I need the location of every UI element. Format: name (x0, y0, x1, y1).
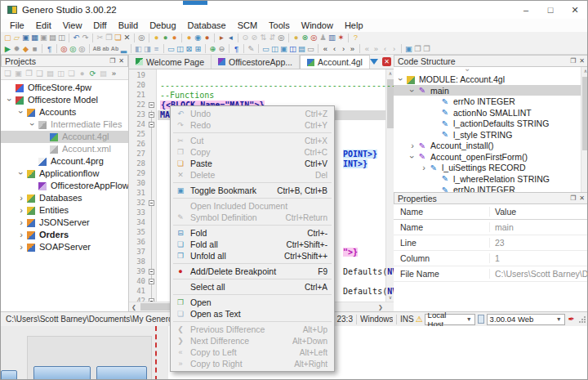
proj-save-icon[interactable]: ❐ (24, 69, 34, 78)
fold-marker-icon[interactable] (149, 122, 154, 127)
cut-icon[interactable]: ✂ (96, 33, 105, 42)
layout-5-icon[interactable]: ▤ (297, 44, 306, 54)
menu-scm[interactable]: SCM (232, 20, 263, 31)
split-vertical-icon[interactable]: ◫ (176, 44, 185, 54)
diff-next-icon[interactable]: » (372, 44, 381, 54)
run-debug-icon[interactable]: ✹ (12, 44, 21, 54)
remove-icon[interactable]: ⊖ (217, 44, 226, 54)
tree-item-databases[interactable]: ›Databases (1, 192, 128, 204)
fold-marker-icon[interactable] (149, 279, 154, 284)
formatting-marks-icon[interactable]: ¶ (232, 44, 241, 54)
chevron-collapsed-icon[interactable]: › (17, 230, 25, 239)
package-icon[interactable]: ● (203, 33, 212, 42)
find-advanced-icon[interactable]: ◎ (277, 33, 286, 42)
zoom-reset-icon[interactable]: ◎ (78, 44, 87, 54)
tree-item-actionno-smallint[interactable]: ✎actionNo SMALLINT (394, 107, 588, 118)
print-preview-icon[interactable]: ◫ (57, 33, 66, 42)
tab-officestoreapp[interactable]: OfficestoreApp... (212, 55, 300, 69)
context-menu-toggle-bookmark[interactable]: ▣Toggle BookmarkCtrl+B, Ctrl+B (171, 185, 334, 196)
menu-diff[interactable]: Diff (87, 20, 112, 31)
chevron-collapsed-icon[interactable]: › (17, 242, 25, 252)
find-icon[interactable]: ◎ (137, 33, 146, 42)
uppercase-icon[interactable]: AB (92, 44, 101, 54)
lowercase-icon[interactable]: ab (101, 44, 110, 54)
diff-prev-icon[interactable]: « (363, 44, 372, 54)
add-icon[interactable]: ⊕ (208, 44, 217, 54)
close-button[interactable]: ✕ (563, 1, 587, 19)
proj-print-icon[interactable]: ▤ (98, 69, 109, 78)
tree-item-l-actiondefaults-string[interactable]: ✎l_actionDefaults STRING (394, 118, 588, 129)
build-icon[interactable]: ● (152, 33, 161, 42)
context-menu-open-as-text[interactable]: ❏Open as Text (171, 308, 334, 320)
tree-item-entities[interactable]: ›Entities (1, 204, 128, 217)
format-icon[interactable]: ≡ (152, 44, 161, 54)
tree-item-soapserver[interactable]: ›SOAPServer (1, 241, 128, 253)
float-panel-icon[interactable]: ❐ (109, 57, 115, 65)
chevron-collapsed-icon[interactable]: › (408, 141, 416, 150)
property-value[interactable]: 23 (490, 238, 588, 248)
stop-task-icon[interactable]: ⊗ (301, 33, 310, 42)
execute-icon[interactable]: ● (185, 33, 194, 42)
proj-overflow-icon[interactable]: » (109, 69, 119, 78)
user-icon[interactable]: ♟ (318, 33, 327, 42)
print-icon[interactable]: ▤ (48, 33, 57, 42)
tree-item-account-4gl[interactable]: Account.4gl (1, 131, 128, 143)
scroll-left-arrow[interactable]: ❮ (129, 302, 139, 311)
link-icon[interactable]: ⊙ (241, 33, 250, 42)
nav-last-icon[interactable]: » (348, 44, 357, 54)
menu-help[interactable]: Help (339, 20, 369, 31)
redo-icon[interactable]: ↷ (81, 33, 90, 42)
delete-icon[interactable]: ✕ (122, 33, 131, 42)
help-icon[interactable]: ? (351, 33, 360, 42)
tree-item-l-uisettings-record[interactable]: ›✎l_uiSettings RECORD (394, 162, 588, 173)
fold-marker-icon[interactable] (149, 102, 154, 108)
context-menu-fold[interactable]: ⊟FoldCtrl+- (171, 227, 334, 239)
tree-item-account-openfirstform[interactable]: ›✎Account_openFirstForm() (394, 151, 588, 163)
chevron-expanded-icon[interactable]: › (16, 169, 26, 177)
resize-grip[interactable] (578, 315, 586, 323)
scroll-right-arrow[interactable]: ❯ (376, 302, 385, 311)
scroll-up-arrow[interactable]: ∧ (581, 67, 588, 75)
proj-clean-icon[interactable]: ❏ (66, 69, 77, 78)
menu-view[interactable]: View (57, 20, 88, 31)
layout-6-icon[interactable]: ▭ (306, 44, 315, 54)
paste-icon[interactable]: ❏ (114, 33, 122, 42)
run-icon[interactable]: ▶ (3, 44, 12, 54)
merge-right-icon[interactable]: › (390, 44, 399, 54)
close-split-icon[interactable]: ⊠ (185, 44, 194, 54)
tree-item-l-style-string[interactable]: ✎l_style STRING (394, 129, 588, 141)
menu-edit[interactable]: Edit (30, 20, 57, 31)
import-icon[interactable]: ▸ (217, 33, 226, 42)
tree-item-main[interactable]: ›✎main (394, 85, 588, 96)
sync-up-icon[interactable]: ⇅ (259, 33, 268, 42)
export-icon[interactable]: ◂ (226, 33, 235, 42)
chevron-collapsed-icon[interactable]: › (17, 217, 25, 227)
build-all-icon[interactable]: ● (161, 33, 170, 42)
warning-icon[interactable]: ⚠ (416, 315, 423, 324)
undo-icon[interactable]: ↶ (72, 33, 81, 42)
scrollbar-thumb[interactable] (582, 77, 588, 150)
close-panel-icon[interactable]: ✕ (579, 194, 585, 202)
tree-item-errno-integer[interactable]: ✎errNo INTEGER (394, 96, 588, 107)
report-tool-icon[interactable]: ✒ (568, 315, 575, 324)
nav-next-icon[interactable]: › (339, 44, 348, 54)
layout-3-icon[interactable]: ▣ (279, 44, 288, 54)
tree-item-account-install[interactable]: ›✎Account_install() (394, 140, 588, 151)
minimize-button[interactable]: – (514, 1, 538, 19)
indent-left-icon[interactable]: ◧ (134, 44, 143, 54)
layout-4-icon[interactable]: ◫ (288, 44, 297, 54)
split-horizontal-icon[interactable]: ▭ (167, 44, 176, 54)
save-all-icon[interactable]: ▦ (30, 33, 39, 42)
host-combo[interactable]: Local Host▼ (425, 314, 475, 325)
sync-down-icon[interactable]: ⇵ (268, 33, 277, 42)
form-view-icon[interactable]: ▥ (327, 33, 336, 42)
tab-account-4gl[interactable]: Account.4gl (300, 55, 370, 69)
layout-1-icon[interactable]: ▭ (261, 44, 270, 54)
tree-item-officestore-4pw[interactable]: OfficeStore.4pw (1, 82, 128, 94)
chevron-expanded-icon[interactable]: › (408, 153, 417, 161)
nav-first-icon[interactable]: « (321, 44, 330, 54)
tree-item-officestoreappflow-4ba[interactable]: OfficestoreAppFlow.4ba (1, 180, 128, 192)
proj-rebuild-icon[interactable]: ◫ (56, 69, 66, 78)
proj-save-all-icon[interactable]: ❑ (34, 69, 45, 78)
save-icon[interactable]: ▣ (21, 33, 30, 42)
